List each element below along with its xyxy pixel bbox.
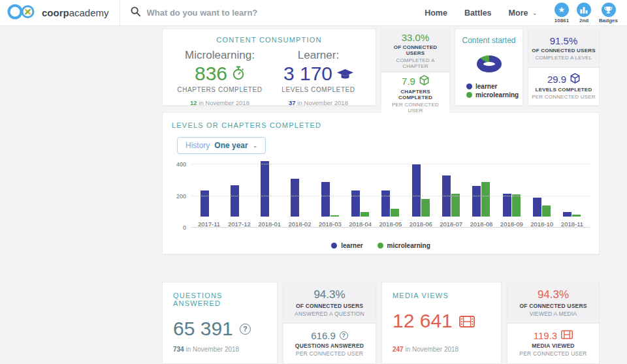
levels-per-user-line1: LEVELS COMPLETED [531, 87, 596, 93]
learner-bar [201, 190, 209, 217]
microlearning-month-stat: 12 in November 2018 [170, 99, 269, 106]
chart-y-axis: 0200400 [172, 164, 191, 228]
infinity-logo-icon [7, 3, 37, 23]
content-started-donut-chart [477, 55, 502, 72]
legend-label: learner [475, 83, 497, 90]
learner-stat: Learner: 3 170 LEVELS COMPLETED 37 [269, 49, 368, 106]
legend-item: learner [331, 242, 362, 249]
y-axis-tick: 0 [183, 224, 186, 231]
microlearning-bar [451, 194, 460, 217]
chapter-percent: 33.0% [384, 32, 447, 43]
legend-item: microlearning [466, 91, 519, 99]
bar-group: 2017-11 [194, 153, 224, 228]
stars-count-label: 10861 [555, 18, 569, 23]
question-circle-icon: ? [340, 331, 348, 340]
media-per-user-value: 119.3 [534, 330, 557, 341]
chapters-per-user-line2: PER CONNECTED USER [384, 102, 447, 114]
y-axis-tick: 200 [176, 193, 186, 200]
bar-group: 2018-10 [527, 153, 557, 228]
media-stats-card: 94.3% OF CONNECTED USERS VIEWED A MEDIA … [507, 282, 600, 364]
brand-logo[interactable]: coorpacademy [0, 0, 120, 25]
questions-percent-line1: OF CONNECTED USERS [286, 303, 373, 309]
legend-dot-icon [466, 92, 472, 98]
media-per-user-line2: PER CONNECTED USER [510, 350, 596, 357]
film-icon [561, 330, 573, 341]
history-label: History [185, 141, 210, 150]
star-icon: ★ [555, 3, 569, 17]
y-axis-tick: 400 [176, 161, 186, 168]
questions-percent-line2: ANSWERED A QUESTION [286, 311, 373, 317]
bar-group: 2018-11 [557, 153, 587, 228]
legend-item: learner [466, 83, 519, 90]
microlearning-bar [421, 199, 430, 217]
graduation-cap-icon [337, 63, 353, 85]
bar-chart: 0200400 2017-112017-122018-012018-022018… [172, 164, 590, 228]
stars-counter[interactable]: ★ 10861 [555, 3, 569, 23]
media-month-stat: 247 in November 2018 [393, 346, 490, 354]
nav-battles[interactable]: Battles [464, 8, 492, 18]
levels-chapters-chart-card: LEVELS OR CHAPTERS COMPLETED History One… [162, 112, 600, 254]
badges-menu[interactable]: Badges [599, 3, 618, 23]
chart-plot-area: 2017-112017-122018-012018-022018-032018-… [191, 164, 590, 228]
brand-name: coorpacademy [42, 7, 109, 18]
stopwatch-icon [232, 63, 245, 85]
learner-bar [351, 190, 360, 217]
ranking-badge[interactable]: 2nd [577, 3, 591, 23]
nav-home[interactable]: Home [425, 8, 447, 18]
questions-title: QUESTIONS ANSWERED [173, 292, 266, 307]
nav-more[interactable]: More ⌄ [509, 8, 538, 18]
chapters-per-user-value: 7.9 [402, 76, 415, 87]
microlearning-value: 836 [195, 63, 227, 85]
microlearning-bar [361, 212, 369, 217]
search-bar[interactable] [120, 0, 419, 25]
bar-group: 2018-03 [315, 153, 345, 228]
search-icon [131, 7, 140, 19]
search-input[interactable] [147, 8, 408, 18]
questions-per-user-line2: PER CONNECTED USER [286, 350, 373, 357]
questions-answered-card: QUESTIONS ANSWERED 65 391 ? 734 in Novem… [162, 282, 278, 364]
media-value: 12 641 [393, 310, 453, 332]
content-consumption-card: CONTENT CONSUMPTION Microlearning: 836 [162, 29, 376, 106]
media-per-user-line1: MEDIA VIEWED [510, 342, 596, 349]
content-started-card: Content started learnermicrolearning [455, 29, 523, 106]
bar-group: 2018-02 [285, 153, 315, 228]
microlearning-bar [391, 209, 399, 217]
chart-bars: 2017-112017-122018-012018-022018-032018-… [194, 164, 587, 228]
microlearning-bar [542, 205, 551, 217]
learner-bar [563, 212, 571, 217]
legend-dot-icon [331, 243, 337, 249]
microlearning-stat: Microlearning: 836 [170, 49, 269, 106]
trophy-icon [602, 3, 616, 17]
legend-label: learner [341, 242, 362, 249]
bar-group: 2018-06 [406, 153, 436, 228]
microlearning-caption: CHAPTERS COMPLETED [170, 86, 269, 93]
level-stats-card: 91.5% OF CONNECTED USERS COMPLETED A LEV… [528, 29, 600, 106]
questions-per-user-line1: QUESTIONS ANSWERED [286, 342, 373, 349]
level-percent: 91.5% [531, 35, 596, 46]
dashboard-content: CONTENT CONSUMPTION Microlearning: 836 [162, 29, 600, 364]
content-started-legend: learnermicrolearning [455, 82, 519, 99]
bar-group: 2018-05 [376, 153, 406, 228]
microlearning-bar [512, 194, 521, 217]
questions-value: 65 391 [173, 318, 233, 340]
legend-dot-icon [466, 83, 472, 89]
rank-label: 2nd [579, 18, 588, 23]
question-circle-icon: ? [240, 324, 251, 335]
levels-per-user-value: 29.9 [547, 74, 566, 85]
media-percent: 94.3% [510, 288, 596, 301]
media-percent-line2: VIEWED A MEDIA [510, 311, 596, 317]
bar-group: 2017-12 [224, 153, 254, 228]
levels-per-user-line2: PER CONNECTED USER [531, 94, 596, 100]
chevron-down-icon: ⌄ [532, 9, 537, 16]
history-range-dropdown[interactable]: History One year ⌄ [177, 137, 266, 154]
bar-group: 2018-08 [466, 153, 496, 228]
badges-label: Badges [599, 18, 618, 23]
questions-per-user-value: 616.9 [311, 330, 336, 341]
learner-bar [261, 161, 269, 217]
chapter-stats-card: 33.0% OF CONNECTED USERS COMPLETED A CHA… [381, 29, 450, 106]
history-value: One year [214, 141, 248, 150]
learner-bar [381, 190, 390, 217]
top-navbar: coorpacademy Home Battles More ⌄ ★ 10861 [0, 0, 627, 26]
content-started-title: Content started [462, 36, 515, 45]
podium-icon [577, 3, 591, 17]
